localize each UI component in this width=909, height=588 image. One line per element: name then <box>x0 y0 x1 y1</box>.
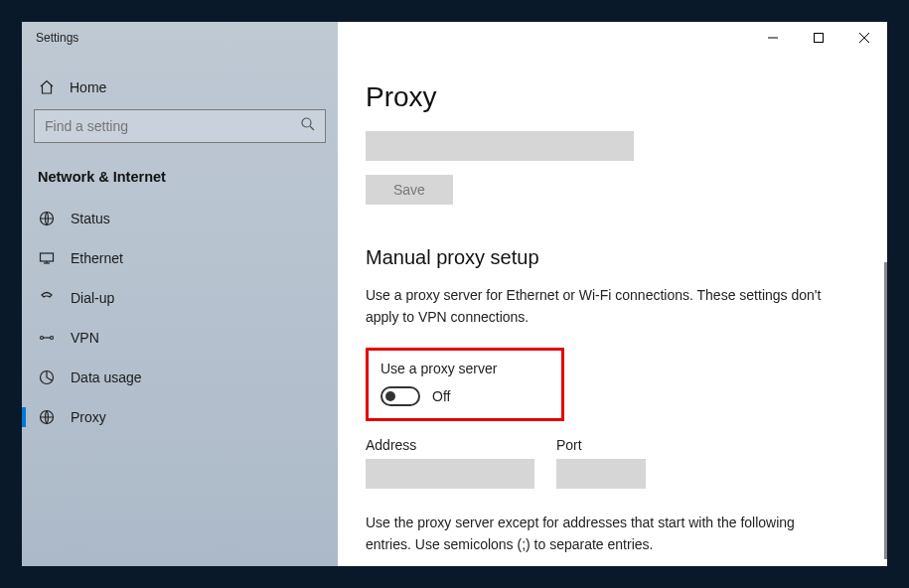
home-icon <box>38 79 56 95</box>
port-input[interactable] <box>556 459 646 489</box>
vpn-icon <box>38 330 56 346</box>
subsection-description: Use a proxy server for Ethernet or Wi-Fi… <box>366 285 823 328</box>
sidebar-item-label: Data usage <box>71 369 142 385</box>
address-input[interactable] <box>366 459 534 489</box>
toggle-knob <box>385 391 395 401</box>
sidebar-item-proxy[interactable]: Proxy <box>22 397 338 437</box>
maximize-button[interactable] <box>796 22 841 54</box>
toggle-state-label: Off <box>432 388 450 404</box>
use-proxy-toggle[interactable] <box>380 386 420 406</box>
scrollbar[interactable] <box>884 262 887 559</box>
sidebar-item-label: Ethernet <box>71 250 123 266</box>
bypass-description: Use the proxy server except for addresse… <box>366 513 823 555</box>
sidebar-item-dialup[interactable]: Dial-up <box>22 278 338 318</box>
svg-point-11 <box>51 337 54 340</box>
minimize-button[interactable] <box>750 22 796 54</box>
search-field[interactable] <box>45 118 301 134</box>
proxy-icon <box>38 409 56 425</box>
sidebar-item-label: Status <box>71 211 110 226</box>
sidebar-item-label: Dial-up <box>71 290 114 306</box>
highlight-annotation: Use a proxy server Off <box>366 348 564 421</box>
sidebar-item-status[interactable]: Status <box>22 199 338 238</box>
window-title: Settings <box>22 31 78 45</box>
sidebar-item-label: Proxy <box>71 409 106 425</box>
svg-point-4 <box>302 118 311 127</box>
status-icon <box>38 211 56 226</box>
ethernet-icon <box>38 250 56 266</box>
home-nav-item[interactable]: Home <box>34 72 326 109</box>
subsection-title: Manual proxy setup <box>366 246 859 269</box>
page-title: Proxy <box>366 81 859 113</box>
svg-point-10 <box>41 337 44 340</box>
svg-rect-7 <box>41 253 54 261</box>
svg-line-5 <box>310 126 314 130</box>
data-usage-icon <box>38 369 56 385</box>
dialup-icon <box>38 290 56 306</box>
content-area: Proxy Save Manual proxy setup Use a prox… <box>338 22 887 566</box>
save-button[interactable]: Save <box>366 175 453 205</box>
use-proxy-label: Use a proxy server <box>380 361 549 376</box>
home-label: Home <box>70 79 106 95</box>
address-label: Address <box>366 437 534 453</box>
sidebar-item-ethernet[interactable]: Ethernet <box>22 238 338 278</box>
search-icon <box>301 117 315 135</box>
sidebar: Home Network & Internet Status Ethernet <box>22 22 338 566</box>
svg-rect-1 <box>815 34 824 43</box>
sidebar-item-data-usage[interactable]: Data usage <box>22 358 338 397</box>
sidebar-section-title: Network & Internet <box>34 165 326 199</box>
port-label: Port <box>556 437 646 453</box>
close-button[interactable] <box>841 22 887 54</box>
script-address-input[interactable] <box>366 131 634 161</box>
sidebar-item-label: VPN <box>71 330 99 346</box>
search-input[interactable] <box>34 109 326 143</box>
sidebar-item-vpn[interactable]: VPN <box>22 318 338 358</box>
